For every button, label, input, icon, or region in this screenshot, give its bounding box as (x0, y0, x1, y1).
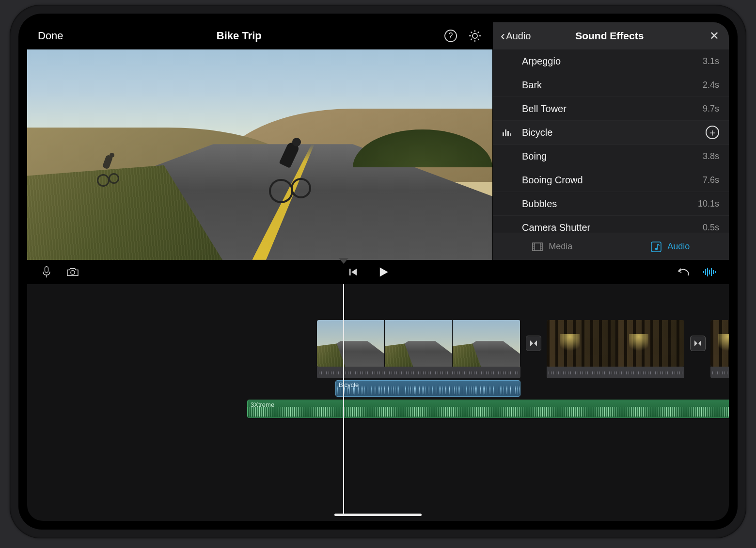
svg-line-9 (478, 32, 479, 33)
playing-indicator-icon (493, 129, 522, 136)
browser-tabs: Media Audio (493, 233, 729, 260)
svg-point-25 (655, 247, 658, 249)
preview-panel: Done Bike Trip ? (27, 22, 492, 260)
music-clip-3xtreme[interactable]: 3Xtreme (247, 400, 729, 418)
sound-row-boing[interactable]: Boing 3.8s (493, 145, 729, 168)
svg-point-28 (71, 271, 75, 274)
svg-rect-14 (510, 133, 511, 136)
filmstrip-icon (531, 241, 544, 253)
clip-3-audio[interactable] (710, 367, 729, 378)
sound-row-bark[interactable]: Bark 2.4s (493, 73, 729, 97)
sound-row-camera-shutter[interactable]: Camera Shutter 0.5s (493, 216, 729, 233)
play-icon[interactable] (377, 265, 390, 279)
video-clip-2[interactable] (547, 320, 684, 367)
sound-row-arpeggio[interactable]: Arpeggio 3.1s (493, 49, 729, 73)
clip-2-audio[interactable] (547, 367, 684, 378)
help-icon[interactable]: ? (444, 29, 457, 43)
device-frame: Done Bike Trip ? (10, 5, 746, 538)
sound-row-booing-crowd[interactable]: Booing Crowd 7.6s (493, 168, 729, 192)
media-browser-panel: ‹ Audio Sound Effects ✕ Arpeggio 3.1s (492, 22, 729, 260)
project-title: Bike Trip (34, 30, 444, 42)
media-browser-header: ‹ Audio Sound Effects ✕ (493, 22, 729, 49)
screen: Done Bike Trip ? (27, 22, 729, 521)
tab-media[interactable]: Media (493, 233, 611, 260)
add-sound-button[interactable]: ＋ (706, 126, 719, 139)
sound-row-bubbles[interactable]: Bubbles 10.1s (493, 192, 729, 216)
cyclist-graphic (269, 138, 313, 203)
home-indicator[interactable] (334, 514, 422, 516)
preview-header: Done Bike Trip ? (27, 22, 492, 49)
svg-rect-13 (507, 131, 509, 136)
music-note-icon (650, 241, 662, 253)
transition-1[interactable] (526, 336, 541, 351)
playhead-marker-icon (339, 258, 348, 264)
clip-1-audio[interactable] (317, 367, 520, 378)
svg-text:?: ? (449, 32, 453, 40)
top-area: Done Bike Trip ? (27, 22, 729, 260)
video-clip-1[interactable] (317, 320, 520, 367)
chevron-left-icon: ‹ (501, 29, 505, 43)
audio-waveform-icon[interactable] (703, 265, 716, 279)
svg-rect-12 (505, 129, 506, 136)
video-track (27, 320, 729, 378)
microphone-icon[interactable] (40, 265, 53, 279)
sound-row-bell-tower[interactable]: Bell Tower 9.7s (493, 97, 729, 121)
sound-row-bicycle[interactable]: Bicycle ＋ (493, 121, 729, 145)
svg-rect-11 (503, 132, 504, 136)
svg-line-8 (478, 39, 479, 40)
cyclist-graphic-small (97, 153, 121, 187)
svg-rect-29 (349, 269, 351, 275)
sound-effects-list[interactable]: Arpeggio 3.1s Bark 2.4s Bell Tower 9.7s (493, 49, 729, 233)
svg-line-7 (471, 32, 472, 33)
tab-audio[interactable]: Audio (611, 233, 729, 260)
skip-to-start-icon[interactable] (346, 265, 360, 279)
close-icon[interactable]: ✕ (708, 29, 721, 43)
playback-toolbar (27, 260, 729, 284)
svg-point-2 (472, 33, 477, 38)
playhead[interactable] (343, 284, 344, 514)
svg-rect-26 (45, 267, 48, 273)
undo-icon[interactable] (677, 265, 690, 279)
svg-rect-24 (651, 242, 661, 252)
video-clip-3[interactable] (710, 320, 729, 367)
timeline[interactable]: Bicycle 3Xtreme (27, 284, 729, 521)
video-preview[interactable] (27, 49, 492, 260)
transition-2[interactable] (690, 336, 706, 351)
device-bezel: Done Bike Trip ? (18, 14, 738, 530)
sfx-clip-bicycle[interactable]: Bicycle (335, 380, 520, 397)
browser-title: Sound Effects (511, 30, 708, 42)
settings-gear-icon[interactable] (468, 29, 482, 43)
header-icons: ? (444, 29, 482, 43)
svg-line-10 (471, 39, 472, 40)
